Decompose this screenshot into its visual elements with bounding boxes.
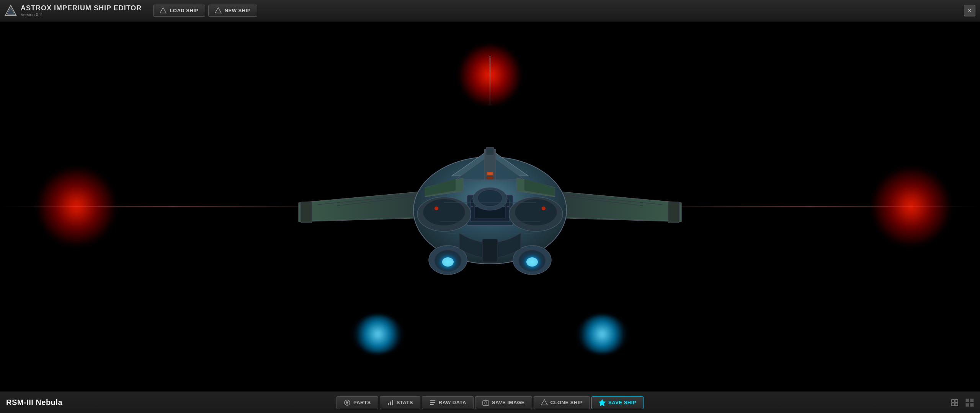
svg-rect-13 bbox=[668, 202, 679, 223]
svg-point-47 bbox=[346, 402, 348, 403]
svg-rect-32 bbox=[482, 239, 498, 262]
svg-marker-58 bbox=[599, 400, 605, 406]
mini-cell-2 bbox=[970, 398, 974, 402]
svg-rect-62 bbox=[955, 403, 958, 406]
raw-data-icon bbox=[429, 399, 436, 406]
svg-rect-51 bbox=[430, 400, 435, 401]
svg-rect-48 bbox=[388, 403, 389, 405]
app-logo-icon bbox=[5, 5, 17, 17]
stats-button[interactable]: STATS bbox=[380, 396, 420, 409]
svg-rect-41 bbox=[475, 206, 477, 207]
mini-grid-display bbox=[965, 398, 974, 407]
clone-ship-icon bbox=[541, 399, 548, 406]
svg-rect-54 bbox=[483, 401, 489, 405]
title-bar: ASTROX IMPERIUM SHIP EDITOR Version 0.2 … bbox=[0, 0, 980, 21]
svg-rect-49 bbox=[390, 402, 391, 405]
stats-icon bbox=[387, 399, 394, 406]
svg-marker-2 bbox=[160, 8, 166, 13]
svg-rect-61 bbox=[952, 403, 954, 406]
status-bar: RSM-III Nebula PARTS STATS bbox=[0, 392, 980, 413]
viewport bbox=[0, 21, 980, 392]
svg-point-45 bbox=[542, 206, 546, 210]
svg-rect-40 bbox=[471, 206, 473, 207]
clone-ship-button[interactable]: CLONE SHIP bbox=[534, 396, 590, 409]
parts-icon bbox=[344, 399, 351, 406]
svg-point-27 bbox=[442, 257, 454, 267]
new-ship-button[interactable]: NEW SHIP bbox=[208, 5, 257, 17]
svg-rect-38 bbox=[487, 172, 493, 175]
save-image-button[interactable]: SAVE IMAGE bbox=[475, 396, 532, 409]
save-ship-icon bbox=[599, 399, 606, 406]
app-version: Version 0.2 bbox=[21, 12, 142, 17]
svg-rect-16 bbox=[486, 147, 494, 155]
svg-point-31 bbox=[526, 257, 538, 267]
svg-rect-53 bbox=[430, 404, 434, 405]
svg-rect-59 bbox=[952, 400, 954, 402]
svg-marker-3 bbox=[215, 8, 221, 13]
save-ship-button[interactable]: SAVE SHIP bbox=[591, 396, 644, 409]
mini-cell-3 bbox=[965, 403, 969, 407]
ship-name-label: RSM-III Nebula bbox=[6, 398, 62, 407]
svg-rect-8 bbox=[301, 202, 312, 223]
load-ship-icon bbox=[160, 7, 167, 14]
mini-cell-1 bbox=[965, 398, 969, 402]
ship-display bbox=[279, 88, 701, 325]
svg-point-44 bbox=[434, 206, 438, 210]
svg-rect-39 bbox=[487, 177, 493, 179]
svg-point-55 bbox=[485, 402, 487, 404]
svg-marker-57 bbox=[541, 400, 547, 405]
title-text-group: ASTROX IMPERIUM SHIP EDITOR Version 0.2 bbox=[21, 4, 142, 17]
mini-cell-4 bbox=[970, 403, 974, 407]
load-ship-button[interactable]: LOAD SHIP bbox=[153, 5, 205, 17]
new-ship-icon bbox=[215, 7, 222, 14]
svg-rect-50 bbox=[392, 400, 393, 405]
svg-rect-43 bbox=[507, 206, 509, 207]
raw-data-button[interactable]: RAW DATA bbox=[422, 396, 474, 409]
grid-toggle-icon[interactable] bbox=[950, 398, 959, 407]
close-button[interactable]: × bbox=[964, 5, 975, 16]
parts-button[interactable]: PARTS bbox=[336, 396, 378, 409]
bottom-buttons: PARTS STATS RAW DATA bbox=[336, 396, 644, 409]
app-title: ASTROX IMPERIUM SHIP EDITOR bbox=[21, 4, 142, 12]
svg-rect-60 bbox=[955, 400, 958, 402]
right-icons bbox=[950, 398, 974, 407]
save-image-icon bbox=[482, 399, 489, 406]
svg-rect-42 bbox=[503, 206, 505, 207]
svg-point-34 bbox=[478, 190, 502, 206]
svg-rect-52 bbox=[430, 402, 435, 403]
